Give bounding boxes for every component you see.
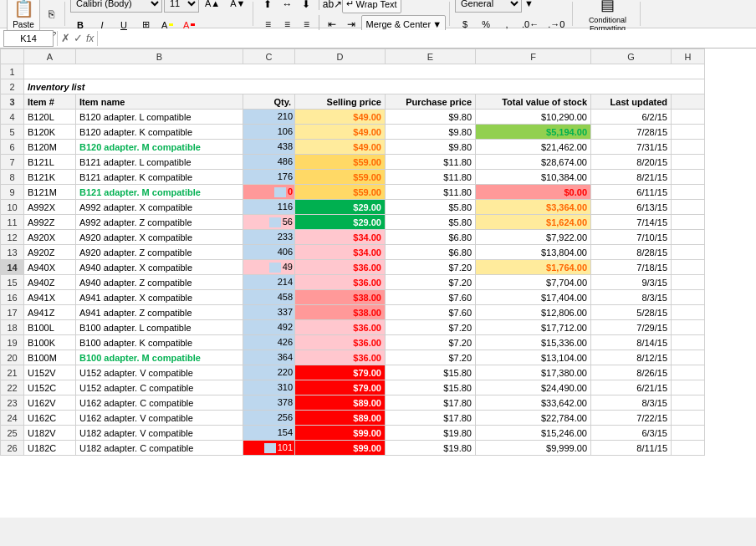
cancel-icon[interactable]: ✗ xyxy=(61,32,70,44)
cell-updated-13[interactable]: 8/28/15 xyxy=(591,245,672,260)
cell-item-num-8[interactable]: B121K xyxy=(24,170,76,185)
cell-item-num-15[interactable]: A940Z xyxy=(24,275,76,290)
row-header-23[interactable]: 23 xyxy=(1,395,24,411)
cell-selling-23[interactable]: $89.00 xyxy=(295,395,386,411)
orientation-button[interactable]: ab↗ xyxy=(323,0,341,13)
cell-qty-11[interactable]: 56 xyxy=(243,215,295,230)
col-header-g[interactable]: G xyxy=(591,49,672,64)
cell-h-7[interactable] xyxy=(672,155,705,170)
cell-selling-17[interactable]: $38.00 xyxy=(295,305,386,320)
cell-selling-6[interactable]: $49.00 xyxy=(295,140,386,155)
row-header-1[interactable]: 1 xyxy=(1,64,24,79)
col-header-b[interactable]: B xyxy=(76,49,243,64)
cell-item-name-22[interactable]: U152 adapter. C compatible xyxy=(76,380,243,395)
cell-qty-13[interactable]: 406 xyxy=(243,245,295,260)
cell-item-num-23[interactable]: U162V xyxy=(24,395,76,411)
cell-updated-25[interactable]: 6/3/15 xyxy=(591,426,672,441)
cell-h-8[interactable] xyxy=(672,170,705,185)
cell-updated-18[interactable]: 7/29/15 xyxy=(591,320,672,335)
row-header-9[interactable]: 9 xyxy=(1,185,24,200)
cell-purchase-10[interactable]: $5.80 xyxy=(386,200,476,215)
cell-updated-10[interactable]: 6/13/15 xyxy=(591,200,672,215)
cell-item-name-4[interactable]: B120 adapter. L compatible xyxy=(76,110,243,125)
cell-qty-9[interactable]: 0 xyxy=(243,185,295,200)
cell-item-name-17[interactable]: A941 adapter. Z compatible xyxy=(76,305,243,320)
cell-item-name-23[interactable]: U162 adapter. C compatible xyxy=(76,395,243,411)
cell-total-10[interactable]: $3,364.00 xyxy=(476,200,591,215)
cell-item-num-22[interactable]: U152C xyxy=(24,380,76,395)
cell-updated-16[interactable]: 8/3/15 xyxy=(591,290,672,305)
cell-item-name-12[interactable]: A920 adapter. X compatible xyxy=(76,230,243,245)
align-middle-button[interactable]: ↔ xyxy=(278,0,296,13)
cell-purchase-12[interactable]: $6.80 xyxy=(386,230,476,245)
header-h[interactable] xyxy=(672,94,705,110)
cell-updated-20[interactable]: 8/12/15 xyxy=(591,350,672,365)
cut-button[interactable]: ✂ xyxy=(41,0,61,3)
cell-purchase-13[interactable]: $6.80 xyxy=(386,245,476,260)
cell-purchase-16[interactable]: $7.60 xyxy=(386,290,476,305)
cell-total-8[interactable]: $10,384.00 xyxy=(476,170,591,185)
cell-selling-14[interactable]: $36.00 xyxy=(295,260,386,275)
cell-item-name-20[interactable]: B100 adapter. M compatible xyxy=(76,350,243,365)
cell-item-num-14[interactable]: A940X xyxy=(24,260,76,275)
cell-item-num-4[interactable]: B120L xyxy=(24,110,76,125)
cell-selling-19[interactable]: $36.00 xyxy=(295,335,386,350)
cell-updated-9[interactable]: 6/11/15 xyxy=(591,185,672,200)
cell-purchase-6[interactable]: $9.80 xyxy=(386,140,476,155)
cell-purchase-18[interactable]: $7.20 xyxy=(386,320,476,335)
cell-total-19[interactable]: $15,336.00 xyxy=(476,335,591,350)
cell-total-25[interactable]: $15,246.00 xyxy=(476,426,591,441)
row-header-19[interactable]: 19 xyxy=(1,335,24,350)
cell-selling-15[interactable]: $36.00 xyxy=(295,275,386,290)
cell-item-name-19[interactable]: B100 adapter. K compatible xyxy=(76,335,243,350)
cell-qty-8[interactable]: 176 xyxy=(243,170,295,185)
cell-qty-16[interactable]: 458 xyxy=(243,290,295,305)
cell-selling-22[interactable]: $79.00 xyxy=(295,380,386,395)
row-header-25[interactable]: 25 xyxy=(1,426,24,441)
row-header-16[interactable]: 16 xyxy=(1,290,24,305)
cell-qty-10[interactable]: 116 xyxy=(243,200,295,215)
cell-purchase-7[interactable]: $11.80 xyxy=(386,155,476,170)
cell-updated-17[interactable]: 5/28/15 xyxy=(591,305,672,320)
cell-h-4[interactable] xyxy=(672,110,705,125)
cell-updated-22[interactable]: 6/21/15 xyxy=(591,380,672,395)
row-header-7[interactable]: 7 xyxy=(1,155,24,170)
cell-h-23[interactable] xyxy=(672,395,705,411)
cell-purchase-22[interactable]: $15.80 xyxy=(386,380,476,395)
row-header-17[interactable]: 17 xyxy=(1,305,24,320)
cell-qty-19[interactable]: 426 xyxy=(243,335,295,350)
cell-selling-25[interactable]: $99.00 xyxy=(295,426,386,441)
col-header-h[interactable]: H xyxy=(672,49,705,64)
cell-item-num-11[interactable]: A992Z xyxy=(24,215,76,230)
cell-qty-24[interactable]: 256 xyxy=(243,411,295,426)
cell-item-name-7[interactable]: B121 adapter. L compatible xyxy=(76,155,243,170)
copy-button[interactable]: ⎘ xyxy=(41,4,61,24)
cell-purchase-4[interactable]: $9.80 xyxy=(386,110,476,125)
font-size-select[interactable]: 11 xyxy=(164,0,199,13)
cell-total-22[interactable]: $24,490.00 xyxy=(476,380,591,395)
cell-h-24[interactable] xyxy=(672,411,705,426)
cell-qty-22[interactable]: 310 xyxy=(243,380,295,395)
header-qty[interactable]: Qty. xyxy=(243,94,295,110)
cell-item-num-18[interactable]: B100L xyxy=(24,320,76,335)
header-updated[interactable]: Last updated xyxy=(591,94,672,110)
cell-item-name-10[interactable]: A992 adapter. X compatible xyxy=(76,200,243,215)
cell-selling-16[interactable]: $38.00 xyxy=(295,290,386,305)
cell-purchase-25[interactable]: $19.80 xyxy=(386,426,476,441)
cell-item-name-15[interactable]: A940 adapter. Z compatible xyxy=(76,275,243,290)
row-header-11[interactable]: 11 xyxy=(1,215,24,230)
cell-item-num-26[interactable]: U182C xyxy=(24,441,76,456)
cell-h-18[interactable] xyxy=(672,320,705,335)
header-item-name[interactable]: Item name xyxy=(76,94,243,110)
cell-item-name-25[interactable]: U182 adapter. V compatible xyxy=(76,426,243,441)
cell-purchase-14[interactable]: $7.20 xyxy=(386,260,476,275)
cell-qty-25[interactable]: 154 xyxy=(243,426,295,441)
increase-font-button[interactable]: A▲ xyxy=(201,0,224,13)
row-header-22[interactable]: 22 xyxy=(1,380,24,395)
cell-qty-4[interactable]: 210 xyxy=(243,110,295,125)
cell-total-5[interactable]: $5,194.00 xyxy=(476,125,591,140)
cell-item-name-16[interactable]: A941 adapter. X compatible xyxy=(76,290,243,305)
cell-purchase-23[interactable]: $17.80 xyxy=(386,395,476,411)
cell-h-22[interactable] xyxy=(672,380,705,395)
header-selling[interactable]: Selling price xyxy=(295,94,386,110)
